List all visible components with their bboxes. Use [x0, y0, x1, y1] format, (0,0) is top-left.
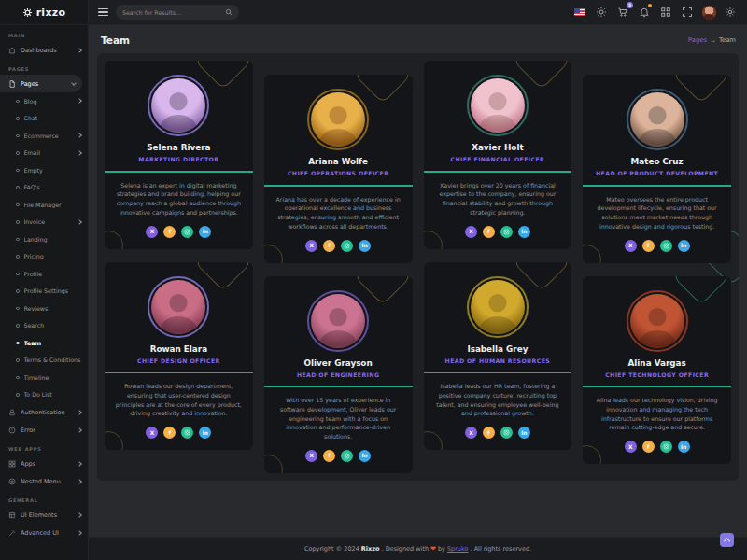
- facebook-social-button[interactable]: f: [483, 226, 495, 238]
- sidebar-subitem-search[interactable]: Search: [0, 317, 88, 335]
- instagram-social-button[interactable]: [181, 427, 193, 439]
- sidebar-section-general: GENERAL: [0, 490, 88, 506]
- sidebar-subitem-profile-settings[interactable]: Profile Settings: [0, 283, 88, 301]
- team-card-xavier-holt[interactable]: Xavier Holt CHIEF FINANCIAL OFFICER Xavi…: [424, 61, 572, 249]
- fullscreen-button[interactable]: [680, 5, 695, 20]
- instagram-social-button[interactable]: [181, 226, 193, 238]
- team-card-rowan-elara[interactable]: Rowan Elara CHIEF DESIGN OFFICER Rowan l…: [105, 262, 253, 451]
- member-name: Mateo Cruz: [592, 157, 722, 166]
- sidebar-subitem-file-manager[interactable]: File Manager: [0, 196, 88, 214]
- sidebar-subitem-landing[interactable]: Landing: [0, 231, 88, 248]
- member-avatar: [311, 294, 365, 348]
- x-social-button[interactable]: X: [465, 427, 477, 439]
- sidebar-toggle-button[interactable]: [98, 8, 108, 17]
- x-social-button[interactable]: X: [146, 427, 158, 439]
- x-social-button[interactable]: X: [625, 240, 637, 252]
- facebook-social-button[interactable]: f: [642, 441, 655, 453]
- sidebar-item-pages[interactable]: Pages: [0, 75, 82, 92]
- bullet-icon: [16, 393, 20, 397]
- fullscreen-icon: [682, 7, 693, 18]
- instagram-social-button[interactable]: [660, 240, 672, 252]
- layout-box-icon: [8, 511, 16, 519]
- linkedin-social-button[interactable]: in: [678, 240, 690, 252]
- bullet-icon: [16, 342, 20, 345]
- sidebar-item-apps[interactable]: Apps: [0, 455, 88, 472]
- sidebar-subitem-blog[interactable]: Blog: [0, 92, 88, 110]
- x-social-button[interactable]: X: [146, 226, 158, 238]
- sidebar-item-ui-elements[interactable]: UI Elements: [0, 506, 88, 524]
- bullet-icon: [16, 324, 20, 328]
- linkedin-social-button[interactable]: in: [199, 427, 211, 439]
- sidebar-item-nested-menu[interactable]: Nested Menu: [0, 472, 88, 490]
- sidebar-subitem-team[interactable]: Team: [0, 334, 88, 352]
- x-social-button[interactable]: X: [625, 441, 637, 453]
- sidebar-subitem-timeline[interactable]: Timeline: [0, 369, 88, 386]
- apps-launcher-button[interactable]: [658, 5, 673, 20]
- linkedin-social-button[interactable]: in: [678, 441, 690, 453]
- linkedin-social-button[interactable]: in: [359, 240, 371, 252]
- sidebar-subitem-email[interactable]: Email: [0, 145, 88, 162]
- breadcrumb-pages-link[interactable]: Pages: [688, 36, 707, 44]
- notifications-button[interactable]: [637, 5, 652, 20]
- member-bio: With over 15 years of experience in soft…: [274, 396, 403, 441]
- sidebar-subitem-reviews[interactable]: Reviews: [0, 300, 88, 317]
- team-card-ariana-wolfe[interactable]: Ariana Wolfe CHIEF OPERATIONS OFFICER Ar…: [264, 75, 413, 263]
- team-card-isabella-grey[interactable]: Isabella Grey HEAD OF HUMAN RESOURCES Is…: [424, 262, 572, 451]
- team-grid: Selena Rivera MARKETING DIRECTOR Selena …: [105, 61, 731, 473]
- linkedin-social-button[interactable]: in: [199, 226, 211, 238]
- grid-icon: [660, 7, 671, 18]
- user-menu-button[interactable]: [701, 5, 716, 20]
- facebook-social-button[interactable]: f: [163, 427, 176, 439]
- language-flag-button[interactable]: [572, 5, 587, 20]
- chevron-right-icon: [77, 98, 82, 104]
- sidebar-item-authentication[interactable]: Authentication: [0, 403, 88, 421]
- instagram-social-button[interactable]: [500, 427, 513, 439]
- sidebar-subitem-profile[interactable]: Profile: [0, 265, 88, 283]
- team-card-alina-vargas[interactable]: Alina Vargas CHIEF TECHNOLOGY OFFICER Al…: [583, 276, 731, 465]
- sidebar-item-advanced-ui[interactable]: Advanced UI: [0, 524, 88, 541]
- divider: [105, 171, 253, 173]
- instagram-social-button[interactable]: [341, 240, 353, 252]
- sidebar-subitem-pricing[interactable]: Pricing: [0, 248, 88, 266]
- sidebar-subitem-empty[interactable]: Empty: [0, 161, 88, 179]
- facebook-social-button[interactable]: f: [323, 450, 335, 462]
- member-name: Xavier Holt: [433, 143, 563, 152]
- sidebar-subitem-todo[interactable]: To Do List: [0, 386, 88, 404]
- linkedin-social-button[interactable]: in: [359, 450, 371, 462]
- social-links: X f in: [592, 441, 722, 453]
- facebook-social-button[interactable]: f: [163, 226, 176, 238]
- team-card-selena-rivera[interactable]: Selena Rivera MARKETING DIRECTOR Selena …: [105, 61, 253, 249]
- linkedin-social-button[interactable]: in: [518, 427, 530, 439]
- member-bio: Ariana has over a decade of experience i…: [274, 195, 403, 231]
- sidebar-subitem-invoice[interactable]: Invoice: [0, 214, 88, 231]
- facebook-social-button[interactable]: f: [642, 240, 655, 252]
- settings-button[interactable]: [723, 5, 738, 20]
- x-social-button[interactable]: X: [305, 450, 317, 462]
- x-social-button[interactable]: X: [465, 226, 477, 238]
- instagram-social-button[interactable]: [660, 441, 672, 453]
- sidebar-subitem-ecommerce[interactable]: Ecommerce: [0, 127, 88, 145]
- scroll-to-top-button[interactable]: [720, 533, 734, 547]
- instagram-social-button[interactable]: [500, 226, 513, 238]
- member-name: Oliver Grayson: [274, 358, 403, 368]
- team-card-oliver-grayson[interactable]: Oliver Grayson HEAD OF ENGINEERING With …: [264, 276, 413, 473]
- facebook-social-button[interactable]: f: [483, 427, 495, 439]
- home-icon: [8, 47, 16, 54]
- facebook-social-button[interactable]: f: [323, 240, 335, 252]
- cart-button[interactable]: 5: [615, 5, 630, 20]
- sidebar-item-dashboards[interactable]: Dashboards: [0, 41, 88, 59]
- sidebar-subitem-terms[interactable]: Terms & Conditions: [0, 352, 88, 370]
- instagram-social-button[interactable]: [341, 450, 353, 462]
- sidebar-subitem-faqs[interactable]: FAQ's: [0, 179, 88, 197]
- team-card-mateo-cruz[interactable]: Mateo Cruz HEAD OF PRODUCT DEVELOPMENT M…: [583, 75, 731, 263]
- x-social-button[interactable]: X: [305, 240, 317, 252]
- brand-gear-icon: [22, 7, 33, 18]
- linkedin-social-button[interactable]: in: [518, 226, 530, 238]
- brand-logo[interactable]: rixzo: [0, 0, 88, 25]
- sidebar-item-error[interactable]: Error: [0, 421, 88, 439]
- search-input[interactable]: [122, 9, 220, 16]
- author-link[interactable]: Spruko: [447, 545, 469, 553]
- sidebar-subitem-chat[interactable]: Chat: [0, 110, 88, 128]
- divider: [424, 372, 572, 374]
- theme-toggle-button[interactable]: [594, 5, 609, 20]
